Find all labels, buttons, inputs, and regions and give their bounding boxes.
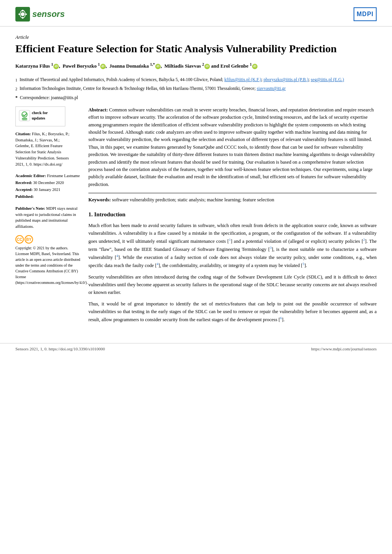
accepted-date: Accepted: 30 January 2021 (15, 186, 81, 193)
author-3: Joanna Domańska 1,*iD (109, 63, 161, 69)
citation-box: Citation: Filus, K.; Boryszko, P.; Domań… (15, 131, 75, 168)
check-updates-badge: updates check for updates (19, 110, 62, 121)
citation-label: Citation: (15, 132, 31, 136)
correspondence: * Correspondence: joanna@iitis.pl (15, 95, 377, 101)
authors: Katarzyna Filus 1iD, Paweł Boryszko 1iD,… (15, 61, 377, 70)
author-1: Katarzyna Filus 1iD (15, 63, 59, 69)
academic-editor-label: Academic Editor: (15, 174, 46, 178)
published-label: Published: (15, 194, 34, 199)
footer-left: Sensors 2021, 1, 0. https://doi.org/10.3… (15, 347, 105, 351)
footer: Sensors 2021, 1, 0. https://doi.org/10.3… (0, 343, 392, 354)
left-sidebar: updates check for updates Citation: Filu… (15, 106, 81, 328)
orcid-icon-3: iD (155, 64, 161, 69)
cc-by-icon: BY (25, 235, 33, 244)
author-4: Miltiadis Siavvas 2iD (164, 63, 210, 69)
keywords: Keywords: software vulnerability predict… (88, 193, 377, 204)
affiliation-list: 1 Institute of Theoretical and Applied I… (15, 76, 377, 101)
star-label: * (15, 95, 18, 101)
aff-num-2: 2 (15, 86, 17, 92)
affiliation-2: 2 Information Technologies Institute, Ce… (15, 85, 377, 92)
published-date: Published: (15, 193, 81, 200)
abstract-text: Common software vulnerabilities can resu… (88, 107, 375, 187)
email-kfilus[interactable]: kfilus@iitis.pl (K.F.) (224, 77, 261, 82)
keywords-label: Keywords: (88, 197, 111, 202)
header: sensors MDPI (0, 0, 392, 27)
cc-license-icon: CC (15, 235, 24, 244)
check-updates-label: check for updates (32, 110, 62, 121)
email-pboryszko[interactable]: pboryszko@iitis.pl (P.B.) (264, 77, 309, 82)
received-value: 30 December 2020 (33, 181, 64, 185)
author-2: Paweł Boryszko 1iD (63, 63, 106, 69)
citation-text: Filus, K.; Boryszko, P.; Domańska, J.; S… (15, 132, 70, 166)
abstract-label: Abstract: (88, 107, 108, 113)
check-updates-icon: updates (19, 110, 30, 121)
content: Article Efficient Feature Selection for … (0, 27, 392, 339)
right-main: Abstract: Common software vulnerabilitie… (88, 106, 377, 328)
header-left: sensors (15, 7, 65, 22)
accepted-label: Accepted: (15, 187, 33, 192)
author-conjunction: and (211, 63, 220, 69)
accepted-value: 30 January 2021 (34, 187, 60, 192)
svg-point-2 (25, 13, 27, 15)
svg-text:CC: CC (17, 237, 22, 242)
keywords-text: software vulnerability prediction; stati… (112, 197, 274, 202)
dates-box: Academic Editor: Firstname Lastname Rece… (15, 173, 81, 200)
section1-paragraph2: Security vulnerabilities are often intro… (88, 273, 377, 296)
copyright-text: Copyright: © 2021 by the authors. Licens… (15, 245, 81, 285)
mdpi-logo: MDPI (354, 7, 377, 21)
received-date: Received: 30 December 2020 (15, 179, 81, 186)
svg-point-1 (22, 10, 23, 12)
sensors-logo: sensors (15, 7, 65, 22)
footer-right: https://www.mdpi.com/journal/sensors (311, 347, 377, 351)
section1-paragraph1: Much effort has been made to avoid secur… (88, 222, 377, 270)
academic-editor-value: Firstname Lastname (47, 174, 80, 178)
svg-point-0 (21, 12, 25, 16)
check-updates-box: updates check for updates (15, 106, 65, 126)
publisher-note-label: Publisher's Note: (15, 206, 45, 211)
received-label: Received: (15, 181, 32, 185)
article-title: Efficient Feature Selection for Static A… (15, 42, 377, 55)
section1-paragraph3: Thus, it would be of great importance to… (88, 300, 377, 323)
svg-text:updates: updates (21, 118, 28, 120)
publisher-note: Publisher's Note: MDPI stays neutral wit… (15, 206, 81, 230)
page: sensors MDPI Article Efficient Feature S… (0, 0, 392, 554)
email-siavvasm[interactable]: siavvasm@iti.gr (257, 86, 286, 91)
aff-text-2: Information Technologies Institute, Cent… (20, 85, 286, 92)
academic-editor: Academic Editor: Firstname Lastname (15, 173, 81, 179)
author-5: Erol Gelenbe 1iD (221, 63, 257, 69)
email-seg[interactable]: seg@iitis.pl (E.G.) (311, 77, 344, 82)
svg-text:BY: BY (26, 237, 32, 242)
logo-icon (15, 7, 30, 22)
svg-point-4 (18, 13, 20, 15)
abstract: Abstract: Common software vulnerabilitie… (88, 106, 377, 188)
cc-icons: CC BY (15, 235, 33, 244)
section1-title: 1. Introduction (88, 211, 377, 218)
orcid-icon-1: iD (53, 64, 59, 69)
aff-num-1: 1 (15, 77, 17, 83)
orcid-icon-4: iD (204, 64, 210, 69)
affiliation-1: 1 Institute of Theoretical and Applied I… (15, 76, 377, 83)
orcid-icon-2: iD (100, 64, 106, 69)
cc-box: CC BY Copyright: © 2021 by the authors. … (15, 235, 81, 285)
orcid-icon-5: iD (252, 64, 257, 69)
correspondence-text: Correspondence: joanna@iitis.pl (20, 95, 78, 101)
two-column-layout: updates check for updates Citation: Filu… (15, 106, 377, 328)
svg-point-3 (22, 17, 23, 18)
article-type: Article (15, 34, 377, 40)
cc-icon: CC BY (15, 235, 81, 244)
aff-text-1: Institute of Theoretical and Applied Inf… (20, 76, 344, 83)
journal-name: sensors (32, 9, 65, 19)
